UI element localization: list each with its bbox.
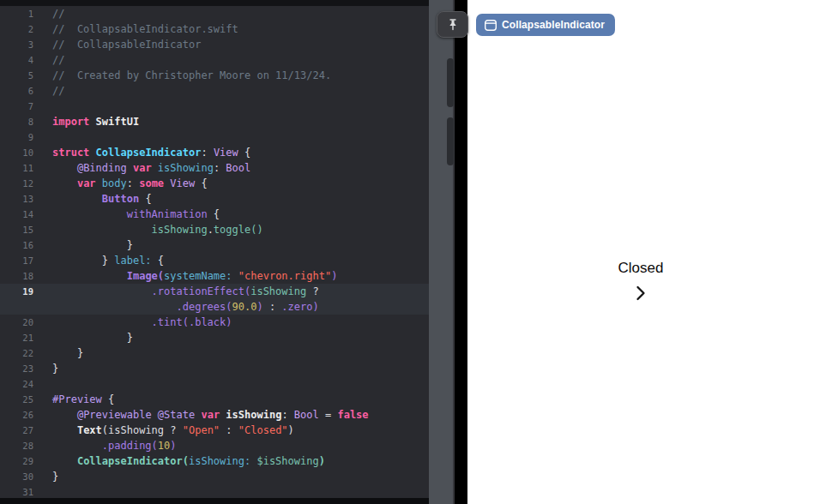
code-line[interactable]: 4//: [0, 52, 429, 68]
code-line[interactable]: 1//: [0, 6, 429, 21]
code-line[interactable]: 24: [0, 376, 429, 392]
line-number[interactable]: 7: [0, 99, 33, 114]
code-text: }: [33, 361, 58, 376]
line-number[interactable]: 14: [0, 207, 33, 222]
code-line[interactable]: 7: [0, 99, 429, 114]
xcode-window: 1//2// CollapsableIndicator.swift3// Col…: [0, 0, 814, 504]
line-number[interactable]: 25: [0, 392, 33, 407]
minimap-mark: [447, 117, 454, 165]
line-number[interactable]: 6: [0, 83, 33, 99]
code-line[interactable]: 16 }: [0, 237, 429, 253]
code-line[interactable]: 19 .rotationEffect(isShowing ?: [0, 284, 429, 299]
line-number[interactable]: 23: [0, 361, 33, 376]
code-line[interactable]: 25#Preview {: [0, 392, 429, 407]
line-number[interactable]: 15: [0, 222, 33, 237]
code-line[interactable]: 5// Created by Christopher Moore on 11/1…: [0, 68, 429, 83]
code-line[interactable]: 21 }: [0, 330, 429, 345]
line-number[interactable]: 27: [0, 423, 33, 438]
code-text: withAnimation {: [33, 207, 220, 222]
code-line[interactable]: 27 Text(isShowing ? "Open" : "Closed"): [0, 423, 429, 438]
line-number[interactable]: 30: [0, 469, 33, 484]
line-number[interactable]: 18: [0, 268, 33, 284]
preview-content: Closed: [467, 260, 814, 302]
pin-preview-button[interactable]: [437, 11, 468, 38]
collapse-indicator-button[interactable]: [635, 285, 647, 302]
code-text: //: [33, 6, 64, 21]
line-number[interactable]: 1: [0, 6, 33, 21]
code-line[interactable]: 23}: [0, 361, 429, 376]
code-text: // CollapsableIndicator.swift: [33, 21, 238, 37]
line-number[interactable]: 29: [0, 453, 33, 469]
code-line[interactable]: 3// CollapsableIndicator: [0, 37, 429, 52]
code-line[interactable]: 6//: [0, 83, 429, 99]
code-line[interactable]: 15 isShowing.toggle(): [0, 222, 429, 237]
line-number[interactable]: 11: [0, 160, 33, 176]
code-line[interactable]: 14 withAnimation {: [0, 207, 429, 222]
code-text: //: [33, 83, 64, 99]
macwindow-icon: [485, 20, 497, 31]
code-line[interactable]: 10struct CollapseIndicator: View {: [0, 145, 429, 160]
code-text: var body: some View {: [33, 176, 208, 191]
code-line[interactable]: 26 @Previewable @State var isShowing: Bo…: [0, 407, 429, 423]
code-line[interactable]: 12 var body: some View {: [0, 176, 429, 191]
line-number[interactable]: 10: [0, 145, 33, 160]
code-text: .rotationEffect(isShowing ?: [33, 284, 319, 299]
line-number[interactable]: 26: [0, 407, 33, 423]
code-line[interactable]: .degrees(90.0) : .zero): [0, 299, 429, 315]
line-number[interactable]: 13: [0, 191, 33, 207]
preview-target-button[interactable]: CollapsableIndicator: [476, 14, 615, 36]
line-number[interactable]: 3: [0, 37, 33, 52]
state-text: Closed: [618, 260, 664, 277]
code-line[interactable]: 17 } label: {: [0, 253, 429, 268]
line-number[interactable]: 17: [0, 253, 33, 268]
code-line[interactable]: 18 Image(systemName: "chevron.right"): [0, 268, 429, 284]
line-number[interactable]: 20: [0, 315, 33, 330]
code-line[interactable]: 9: [0, 129, 429, 145]
chevron-right-icon: [635, 291, 647, 304]
code-text: //: [33, 52, 64, 68]
line-number[interactable]: 21: [0, 330, 33, 345]
line-number[interactable]: 28: [0, 438, 33, 453]
source-editor[interactable]: 1//2// CollapsableIndicator.swift3// Col…: [0, 0, 429, 504]
code-line[interactable]: 22 }: [0, 345, 429, 361]
editor-bottom-border: [0, 498, 429, 504]
line-number[interactable]: 8: [0, 114, 33, 129]
editor-canvas-divider[interactable]: [455, 0, 467, 504]
line-number[interactable]: 16: [0, 237, 33, 253]
code-line[interactable]: 8import SwiftUI: [0, 114, 429, 129]
minimap-strip[interactable]: [429, 0, 455, 504]
line-number[interactable]: 19: [0, 284, 33, 299]
code-text: // CollapsableIndicator: [33, 37, 201, 52]
code-text: // Created by Christopher Moore on 11/13…: [33, 68, 331, 83]
code-text: CollapseIndicator(isShowing: $isShowing): [33, 453, 325, 469]
line-number[interactable]: 9: [0, 129, 33, 145]
line-number[interactable]: 24: [0, 376, 33, 392]
preview-canvas: CollapsableIndicator Closed: [467, 0, 814, 504]
code-text: Text(isShowing ? "Open" : "Closed"): [33, 423, 294, 438]
code-text: Button {: [33, 191, 152, 207]
code-text: .padding(10): [33, 438, 177, 453]
code-line[interactable]: 20 .tint(.black): [0, 315, 429, 330]
editor-top-border: [0, 0, 429, 6]
line-number[interactable]: 12: [0, 176, 33, 191]
code-text: }: [33, 330, 133, 345]
code-line[interactable]: 11 @Binding var isShowing: Bool: [0, 160, 429, 176]
line-number[interactable]: 5: [0, 68, 33, 83]
code-text: @Previewable @State var isShowing: Bool …: [33, 407, 369, 423]
code-text: }: [33, 237, 133, 253]
code-text: }: [33, 469, 58, 484]
line-number[interactable]: 2: [0, 21, 33, 37]
code-line[interactable]: 30}: [0, 469, 429, 484]
code-text: #Preview {: [33, 392, 114, 407]
code-line[interactable]: 29 CollapseIndicator(isShowing: $isShowi…: [0, 453, 429, 469]
code-line[interactable]: 2// CollapsableIndicator.swift: [0, 21, 429, 37]
code-text: import SwiftUI: [33, 114, 139, 129]
code-area[interactable]: 1//2// CollapsableIndicator.swift3// Col…: [0, 6, 429, 500]
code-line[interactable]: 28 .padding(10): [0, 438, 429, 453]
code-text: }: [33, 345, 83, 361]
pushpin-icon: [446, 18, 460, 32]
line-number[interactable]: 4: [0, 52, 33, 68]
code-line[interactable]: 13 Button {: [0, 191, 429, 207]
line-number[interactable]: 22: [0, 345, 33, 361]
code-text: } label: {: [33, 253, 164, 268]
